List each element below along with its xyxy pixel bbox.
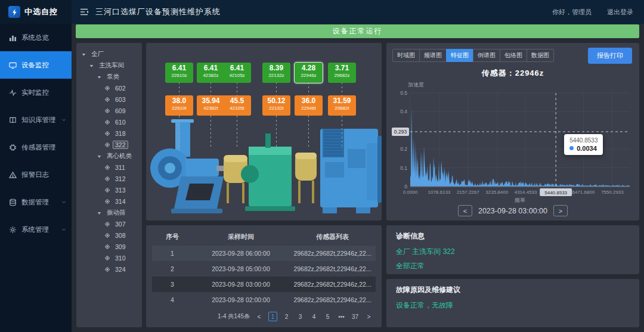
chevron-down-icon xyxy=(61,117,67,123)
tree-node-603[interactable]: 603 xyxy=(79,94,140,105)
sidebar-item-1[interactable]: 设备监控 xyxy=(0,51,72,79)
table-row-2[interactable]: 22023-09-28 05:00:0029682z,29682t,22946z… xyxy=(152,261,376,277)
tree-node-label: 610 xyxy=(113,118,128,126)
sensor-badge-42382z[interactable]: 6.4142382z xyxy=(197,63,225,83)
print-report-button[interactable]: 报告打印 xyxy=(588,48,632,64)
sidebar-item-4[interactable]: 传感器管理 xyxy=(0,134,72,161)
sensor-badge-29682t[interactable]: 31.5929682t xyxy=(328,95,356,116)
tree-node-609[interactable]: 609 xyxy=(79,105,140,116)
page-3[interactable]: 3 xyxy=(296,312,305,321)
table-row-1[interactable]: 12023-09-28 06:00:0029682z,29682t,22946z… xyxy=(152,246,376,261)
sensor-badge-42382t[interactable]: 35.9442382t xyxy=(197,95,225,116)
tree-node-label: 主洗车间 xyxy=(97,61,126,70)
page-2[interactable]: 2 xyxy=(282,312,291,321)
svg-text:0.1: 0.1 xyxy=(400,165,407,171)
prev-page-button[interactable]: < xyxy=(255,312,264,321)
pagination: 1-4 共145条<12345•••37> xyxy=(152,312,376,321)
sensor-badge-22946t[interactable]: 36.022946t xyxy=(295,95,323,116)
tab-4[interactable]: 包络图 xyxy=(500,49,527,62)
page-ellipsis[interactable]: ••• xyxy=(337,312,346,321)
tab-5[interactable]: 数据图 xyxy=(527,49,554,62)
tree-node-离心机类[interactable]: 离心机类 xyxy=(79,150,140,162)
svg-text:0.5: 0.5 xyxy=(400,90,407,96)
node-gear-icon xyxy=(104,221,110,227)
tree-node-全厂[interactable]: 全厂 xyxy=(79,48,140,60)
tree-node-311[interactable]: 311 xyxy=(79,162,140,173)
sensor-badge-22610t[interactable]: 38.022610t xyxy=(165,95,193,116)
tree-node-泵类[interactable]: 泵类 xyxy=(79,71,140,82)
page-37[interactable]: 37 xyxy=(351,312,360,321)
sidebar-item-3[interactable]: 知识库管理 xyxy=(0,106,72,134)
brand-name: 中选自控 xyxy=(24,7,58,17)
chart-tooltip: 5440.8533 0.0034 xyxy=(564,134,603,155)
diagnosis-location[interactable]: 全厂 主洗车间 322 xyxy=(396,247,630,257)
sidebar-item-5[interactable]: 报警日志 xyxy=(0,161,72,188)
node-gear-icon xyxy=(104,119,110,125)
sensor-badge-22610z[interactable]: 6.4122610z xyxy=(165,63,193,83)
table-row-4[interactable]: 42023-09-28 02:00:0029682z,29682t,22946z… xyxy=(152,292,376,308)
table-header-1: 采样时间 xyxy=(193,228,289,246)
tree-node-307[interactable]: 307 xyxy=(79,218,140,229)
sensor-badge-29682z[interactable]: 3.7129682z xyxy=(328,63,356,83)
next-page-button[interactable]: > xyxy=(364,312,373,321)
page-1[interactable]: 1 xyxy=(268,312,277,321)
sensor-badge-22946z[interactable]: 4.2822946z xyxy=(295,63,323,83)
date-navigation: < 2023-09-28 03:00:00 > xyxy=(386,205,639,216)
sensor-value: 35.94 xyxy=(197,97,225,105)
sensor-value: 38.0 xyxy=(165,97,193,105)
sidebar-item-7[interactable]: 系统管理 xyxy=(0,216,72,243)
tree-node-label: 609 xyxy=(113,107,128,115)
sidebar-item-label: 数据管理 xyxy=(21,198,49,207)
sidebar-item-2[interactable]: 实时监控 xyxy=(0,79,72,106)
tab-2[interactable]: 特征图 xyxy=(446,49,473,62)
sensor-id: 42382z xyxy=(197,72,225,79)
tree-node-314[interactable]: 314 xyxy=(79,196,140,207)
tab-0[interactable]: 时域图 xyxy=(392,49,420,62)
tree-node-318[interactable]: 318 xyxy=(79,128,140,139)
page-5[interactable]: 5 xyxy=(323,312,332,321)
sensor-id: 22610z xyxy=(165,72,193,79)
sensor-badge-42105t[interactable]: 45.542105t xyxy=(223,95,251,116)
caret-down-icon xyxy=(89,63,94,68)
knowledge-icon xyxy=(9,116,17,124)
sidebar-item-6[interactable]: 数据管理 xyxy=(0,188,72,216)
tree-node-label: 314 xyxy=(113,197,128,206)
sensor-list: 29682z,29682t,22946z,22... xyxy=(289,277,376,292)
database-icon xyxy=(9,198,17,206)
tree-node-324[interactable]: 324 xyxy=(79,263,140,275)
menu-fold-icon[interactable] xyxy=(79,7,89,17)
tree-node-振动筛[interactable]: 振动筛 xyxy=(79,207,140,218)
sidebar-item-0[interactable]: 系统总览 xyxy=(0,24,72,51)
logout-link[interactable]: 退出登录 xyxy=(607,8,633,17)
sensor-value: 45.5 xyxy=(223,97,251,105)
svg-text:1078.6133: 1078.6133 xyxy=(428,190,450,195)
node-gear-icon xyxy=(104,255,110,261)
node-gear-icon xyxy=(104,131,110,136)
fault-panel: 故障原因及维修建议 设备正常，无故障 xyxy=(386,279,639,327)
tree-node-308[interactable]: 308 xyxy=(79,229,140,241)
sensor-badge-22132t[interactable]: 50.1222132t xyxy=(262,95,290,116)
sensor-badge-42105z[interactable]: 6.4142105z xyxy=(223,63,251,83)
sensor-badge-22132z[interactable]: 8.3922132z xyxy=(262,63,290,83)
chart-tabs: 时域图频谱图特征图倒谱图包络图数据图 xyxy=(392,49,554,62)
tab-1[interactable]: 频谱图 xyxy=(419,49,447,62)
next-date-button[interactable]: > xyxy=(553,205,568,216)
table-header-2: 传感器列表 xyxy=(289,228,376,246)
tree-node-610[interactable]: 610 xyxy=(79,116,140,128)
tree-node-主洗车间[interactable]: 主洗车间 xyxy=(79,60,140,71)
tree-node-309[interactable]: 309 xyxy=(79,241,140,252)
app-root: 中选自控 三河口选煤厂设备预测性维护系统 你好，管理员 退出登录 系统总览设备监… xyxy=(0,0,644,332)
prev-date-button[interactable]: < xyxy=(458,205,472,216)
row-number: 2 xyxy=(152,261,193,277)
sensor-list: 29682z,29682t,22946z,22... xyxy=(289,292,376,308)
tab-3[interactable]: 倒谱图 xyxy=(473,49,500,62)
tree-node-322[interactable]: 322 xyxy=(79,139,140,150)
page-4[interactable]: 4 xyxy=(309,312,318,321)
tree-node-313[interactable]: 313 xyxy=(79,184,140,196)
table-row-3[interactable]: 32023-09-28 03:00:0029682z,29682t,22946z… xyxy=(152,277,376,292)
svg-text:频率: 频率 xyxy=(515,197,525,203)
tree-node-312[interactable]: 312 xyxy=(79,173,140,184)
tree-node-602[interactable]: 602 xyxy=(79,82,140,94)
series-dot-icon xyxy=(569,146,574,150)
tree-node-310[interactable]: 310 xyxy=(79,252,140,263)
